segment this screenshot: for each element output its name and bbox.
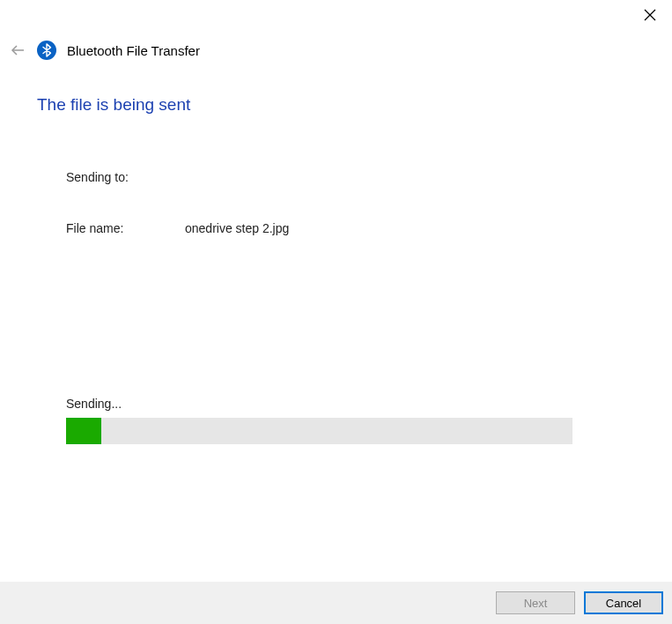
file-name-row: File name: onedrive step 2.jpg — [66, 221, 289, 235]
progress-fill — [66, 418, 101, 444]
window-title: Bluetooth File Transfer — [67, 43, 200, 58]
cancel-button[interactable]: Cancel — [584, 591, 663, 614]
progress-label: Sending... — [66, 397, 572, 411]
transfer-details: Sending to: File name: onedrive step 2.j… — [66, 170, 289, 272]
close-button[interactable] — [642, 7, 658, 23]
bluetooth-icon — [37, 41, 56, 60]
next-button: Next — [496, 591, 575, 614]
header: Bluetooth File Transfer — [9, 41, 200, 60]
page-heading: The file is being sent — [37, 95, 190, 115]
file-name-label: File name: — [66, 221, 185, 235]
back-arrow-icon — [10, 42, 26, 58]
close-icon — [644, 9, 656, 21]
sending-to-label: Sending to: — [66, 170, 185, 184]
back-button[interactable] — [9, 41, 26, 59]
progress-bar — [66, 418, 572, 444]
file-name-value: onedrive step 2.jpg — [185, 221, 289, 235]
sending-to-row: Sending to: — [66, 170, 289, 184]
progress-area: Sending... — [66, 397, 572, 444]
footer: Next Cancel — [0, 582, 672, 624]
